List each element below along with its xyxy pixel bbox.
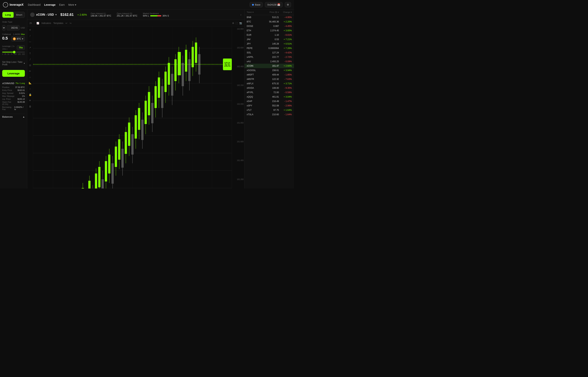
current-price-input[interactable]	[7, 25, 20, 30]
nav-leverage[interactable]: Leverage	[44, 3, 55, 7]
oi-l-label: Open Interest (L)	[91, 12, 111, 14]
list-item[interactable]: xQQQ 461.81 + 3.04%	[245, 95, 294, 99]
camera-button[interactable]: 📷	[239, 22, 242, 24]
svg-rect-84	[131, 134, 134, 155]
usd-label: USD	[21, 27, 25, 29]
nav-dashboard[interactable]: Dashboard	[28, 3, 41, 7]
chart-main-area: ✛ / — ↗ T 𝑓 ⊟ ✏ ⌕ 📐 ○ 🔒 👁 🗑	[27, 26, 244, 188]
oi-l-value: 148.0K / 261.67 BTC	[91, 14, 111, 17]
zoom-tool[interactable]: ⌕	[28, 75, 32, 79]
logo-icon: ○	[3, 2, 8, 7]
nav-right: Base 0x24130 📅 ⚙	[250, 2, 291, 7]
svg-rect-78	[121, 149, 124, 168]
svg-rect-110	[174, 59, 176, 81]
chart-type-button[interactable]: 📈	[36, 22, 39, 24]
price-axis: 162.800 162.600 162.400 162.200 162.000 …	[232, 26, 244, 188]
collateral-max-link[interactable]: Max	[21, 33, 25, 35]
brush-tool[interactable]: ✏	[28, 69, 32, 73]
price-tick-8: 161.400	[233, 159, 244, 161]
measure-tool[interactable]: 📐	[28, 81, 32, 85]
list-item[interactable]: xCOIN 161.47 + 2.60%	[245, 64, 294, 68]
network-selector[interactable]: Base	[250, 2, 263, 7]
balances-label: Balances	[2, 115, 13, 118]
list-item[interactable]: xAPPL 222.77 - 2.72%	[245, 55, 294, 59]
nav-more[interactable]: More ▾	[68, 3, 76, 7]
summary-borrow-value: 0.0042% / hr	[14, 106, 25, 110]
list-item[interactable]: EUR 1.10 - 0.01%	[245, 33, 294, 37]
list-item[interactable]: JPY 145.28 + 0.51%	[245, 42, 294, 46]
col-token-change[interactable]: Change ▾	[279, 11, 292, 13]
col-token-price[interactable]: Price ($) ▾	[262, 11, 279, 13]
crosshair-tool[interactable]: ✛	[28, 28, 32, 32]
order-type-select[interactable]: Market Limit	[2, 25, 6, 31]
nav-earn[interactable]: Earn	[59, 3, 65, 7]
summary-borrow-label: Borrowing Fee	[2, 106, 14, 110]
chart-settings-button[interactable]: ⚙	[232, 22, 234, 24]
list-item[interactable]: xNFLX 675.32 + 3.71%	[245, 81, 294, 86]
timeframe-2h[interactable]: 2h	[29, 22, 32, 24]
indicators-button[interactable]: Indicators	[41, 22, 51, 24]
list-item[interactable]: xMSFT 409.44 - 1.85%	[245, 72, 294, 77]
ray-tool[interactable]: ↗	[28, 46, 32, 49]
collateral-value: 0.5	[2, 36, 8, 41]
price-change: + 2.60%	[77, 13, 87, 16]
list-item[interactable]: SOL 127.24 - 4.42%	[245, 50, 294, 55]
fullscreen-button[interactable]: ⛶	[236, 22, 238, 24]
settings-button[interactable]: ⚙	[285, 2, 291, 7]
horizontal-line-tool[interactable]: —	[28, 40, 32, 43]
short-tab[interactable]: Short	[14, 12, 25, 18]
leverage-slider-thumb[interactable]	[13, 51, 15, 53]
list-item[interactable]: xTLT 97.75 + 1.64%	[245, 108, 294, 112]
shape-tool[interactable]: ○	[28, 87, 32, 91]
list-item[interactable]: BTC 56,465.36 + 2.20%	[245, 20, 294, 24]
expand-button[interactable]: ›	[240, 13, 241, 16]
long-tab[interactable]: Long	[2, 12, 14, 18]
redo-button[interactable]: ↪	[70, 22, 71, 24]
trash-tool[interactable]: 🗑	[28, 105, 32, 108]
leverage-button[interactable]: Leverage	[2, 70, 25, 77]
pair-selector[interactable]: xCOIN - USD ▾	[30, 12, 57, 17]
svg-rect-114	[182, 63, 184, 86]
balances-header: Balances ▲	[2, 114, 25, 118]
leverage-section: Leverage ( 2x-150x ) 75x 2 25 50 75 100 …	[2, 45, 25, 57]
list-item[interactable]: xNVDA 108.00 - 9.35%	[245, 86, 294, 90]
fibonacci-tool[interactable]: 𝑓	[28, 58, 32, 61]
list-item[interactable]: xSAP 216.49 - 1.47%	[245, 99, 294, 104]
wallet-button[interactable]: 0x24130 📅	[265, 2, 282, 7]
list-item[interactable]: xGOOGL 158.61 + 3.94%	[245, 68, 294, 72]
lock-tool[interactable]: 🔒	[28, 93, 32, 96]
svg-rect-54	[82, 188, 84, 188]
tick-50: 50	[7, 53, 9, 55]
col-token-name[interactable]: Token ▾	[247, 11, 262, 13]
undo-button[interactable]: ↩	[66, 22, 67, 24]
line-tool[interactable]: /	[28, 34, 32, 37]
text-tool[interactable]: T	[28, 52, 32, 55]
eye-tool[interactable]: 👁	[28, 99, 32, 102]
list-item[interactable]: BNB 510.21 - 4.95%	[245, 15, 294, 20]
list-item[interactable]: xSPY 552.08 - 2.06%	[245, 104, 294, 108]
tick-150: 150	[22, 53, 25, 55]
summary-position-value: 37.50 BTC	[15, 86, 25, 88]
sentiment-s: 36% S	[162, 14, 169, 17]
svg-rect-86	[135, 115, 137, 138]
tick-75: 75	[11, 53, 12, 55]
channel-tool[interactable]: ⊟	[28, 63, 32, 67]
list-item[interactable]: PEPE 0.0000064 + 7.26%	[245, 46, 294, 50]
order-type-label: Order Type	[2, 21, 25, 23]
svg-rect-106	[168, 63, 170, 85]
list-item[interactable]: xMSTR 122.32 - 7.63%	[245, 77, 294, 81]
leverage-slider-fill	[2, 52, 13, 52]
list-item[interactable]: xPYPL 72.00 - 0.59%	[245, 90, 294, 95]
collateral-max-value: 1.44261	[13, 33, 20, 35]
list-item[interactable]: xAU 2,493.25 - 0.09%	[245, 59, 294, 64]
templates-button[interactable]: Templates	[53, 22, 63, 24]
list-item[interactable]: ETH 2,374.45 + 3.65%	[245, 28, 294, 33]
summary-slippage-row: Max Slippage 1%	[2, 95, 25, 98]
list-item[interactable]: DOGE 0.087 - 4.45%	[245, 24, 294, 28]
collateral-currency-selector[interactable]: ₿ BTC ▾	[11, 36, 25, 41]
stop-loss-toggle[interactable]: Set Stop Loss / Take Profit ▾	[2, 60, 25, 67]
summary-slippage-label: Max Slippage	[2, 95, 14, 97]
list-item[interactable]: JAV 0.53 + 7.21%	[245, 37, 294, 42]
svg-rect-88	[138, 108, 140, 130]
list-item[interactable]: xTSLA 210.60 - 1.64%	[245, 112, 294, 117]
